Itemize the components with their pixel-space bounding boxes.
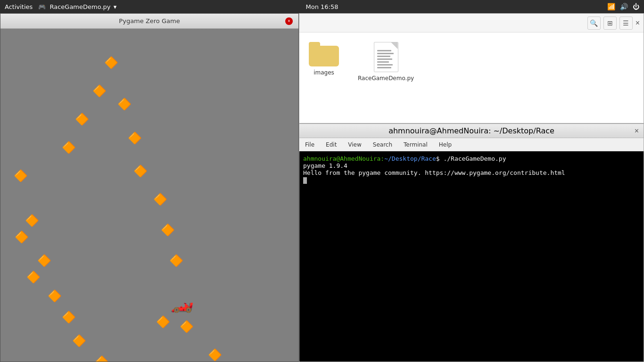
cone-5: 🔶	[133, 165, 148, 177]
system-bar-clock: Mon 16:58	[305, 3, 338, 10]
cone-6: 🔶	[153, 194, 167, 205]
cone-9: 🔶	[14, 170, 28, 181]
filemanager-menu-button[interactable]: ☰	[619, 16, 633, 30]
terminal-output-line1: pygame 1.9.4	[303, 162, 640, 169]
app-indicator: 🎮 RaceGameDemo.py ▾	[38, 3, 116, 10]
cone-20: 🔶	[62, 142, 76, 153]
cone-car-2: 🔶	[156, 316, 170, 328]
file-item-racegamedemo-label: RaceGameDemo.py	[358, 75, 414, 82]
terminal-prompt-path: ~/Desktop/Race	[384, 155, 436, 162]
cone-8: 🔶	[169, 255, 183, 266]
power-icon[interactable]: ⏻	[633, 3, 639, 10]
app-icon: 🎮	[38, 3, 46, 10]
sound-icon: 🔊	[620, 3, 628, 10]
textfile-icon	[374, 42, 398, 72]
textfile-line-1	[377, 50, 391, 51]
cone-19: 🔶	[75, 114, 89, 125]
system-bar-left: Activities 🎮 RaceGameDemo.py ▾	[5, 3, 116, 10]
terminal-output-line2: Hello from the pygame community. https:/…	[303, 169, 640, 176]
terminal-titlebar: ahmnouira@AhmedNouira: ~/Desktop/Race ×	[299, 124, 644, 138]
game-window: Pygame Zero Game × 🔶 🔶 🔶 🔶 🔶 🔶 🔶 🔶 🔶 🔶 🔶…	[0, 13, 299, 362]
textfile-line-6	[377, 64, 393, 66]
folder-icon	[309, 42, 339, 66]
activities-label[interactable]: Activities	[5, 3, 33, 10]
textfile-line-3	[377, 56, 390, 57]
folder-body	[309, 46, 339, 66]
system-bar: Activities 🎮 RaceGameDemo.py ▾ Mon 16:58…	[0, 0, 644, 13]
game-title: Pygame Zero Game	[5, 17, 294, 25]
terminal-content[interactable]: ahmnouira@AhmedNouira:~/Desktop/Race$ ./…	[299, 151, 644, 362]
filemanager-search-button[interactable]: 🔍	[587, 16, 601, 30]
cone-13: 🔶	[26, 272, 41, 283]
terminal-prompt-user: ahmnouira@AhmedNouira:	[303, 155, 384, 162]
textfile-line-4	[377, 58, 392, 60]
filemanager-toolbar: 🔍 ⊞ ☰ ×	[299, 14, 644, 33]
terminal-prompt-line: ahmnouira@AhmedNouira:~/Desktop/Race$ ./…	[303, 155, 640, 162]
cone-car-1: 🔶	[180, 321, 194, 332]
clock-label: Mon 16:58	[305, 3, 338, 10]
game-titlebar: Pygame Zero Game ×	[0, 14, 298, 29]
terminal-menu-search[interactable]: Search	[371, 140, 394, 149]
terminal-menu-view[interactable]: View	[346, 140, 363, 149]
cone-11: 🔶	[15, 231, 29, 243]
filemanager-window: 🔍 ⊞ ☰ × images	[299, 13, 644, 123]
cone-2: 🔶	[92, 85, 107, 97]
app-name[interactable]: RaceGameDemo.py	[50, 3, 110, 10]
file-item-images[interactable]: images	[309, 42, 339, 76]
textfile-line-2	[377, 53, 394, 54]
textfile-lines	[374, 42, 398, 71]
terminal-menubar: File Edit View Search Terminal Help	[299, 138, 644, 151]
textfile-line-7	[377, 67, 391, 68]
cone-14: 🔶	[48, 290, 62, 302]
file-item-racegamedemo[interactable]: RaceGameDemo.py	[358, 42, 414, 82]
file-item-images-label: images	[314, 69, 334, 76]
terminal-window: ahmnouira@AhmedNouira: ~/Desktop/Race × …	[299, 123, 644, 362]
cone-1: 🔶	[104, 57, 118, 68]
cone-4: 🔶	[128, 132, 142, 144]
cone-18: 🔶	[208, 349, 222, 361]
terminal-menu-terminal[interactable]: Terminal	[402, 140, 429, 149]
cone-10: 🔶	[25, 215, 39, 226]
textfile-line-5	[377, 61, 389, 63]
wifi-icon: 📶	[607, 3, 615, 10]
system-bar-right: 📶 🔊 ⏻	[607, 3, 639, 10]
filemanager-view-button[interactable]: ⊞	[603, 16, 617, 30]
terminal-menu-edit[interactable]: Edit	[324, 140, 339, 149]
cone-12: 🔶	[37, 255, 51, 266]
filemanager-close-button[interactable]: ×	[636, 19, 640, 27]
terminal-title: ahmnouira@AhmedNouira: ~/Desktop/Race	[388, 126, 554, 135]
game-canvas: 🔶 🔶 🔶 🔶 🔶 🔶 🔶 🔶 🔶 🔶 🔶 🔶 🔶 🔶 🔶 🔶 🔶 🔶 🔶 🔶 …	[0, 29, 298, 362]
cone-15: 🔶	[62, 312, 76, 323]
terminal-cursor-line	[303, 176, 640, 184]
game-close-button[interactable]: ×	[285, 17, 293, 25]
race-car: 🏎️	[170, 293, 194, 312]
cone-16: 🔶	[72, 335, 86, 346]
cone-7: 🔶	[161, 224, 175, 236]
filemanager-content: images RaceGameDemo.py	[299, 33, 644, 123]
terminal-close-button[interactable]: ×	[635, 127, 639, 135]
terminal-menu-file[interactable]: File	[303, 140, 316, 149]
terminal-menu-help[interactable]: Help	[437, 140, 454, 149]
cone-17: 🔶	[95, 356, 109, 362]
dropdown-arrow-icon[interactable]: ▾	[114, 3, 117, 10]
cone-3: 🔶	[117, 99, 132, 110]
terminal-command: $ ./RaceGameDemo.py	[436, 155, 506, 162]
terminal-cursor	[303, 177, 307, 184]
